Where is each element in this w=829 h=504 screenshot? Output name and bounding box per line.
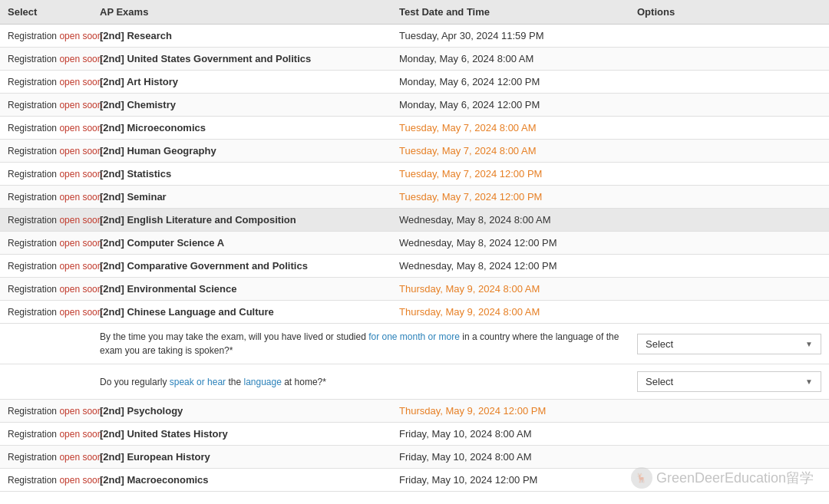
select-cell: Registration open soon	[0, 301, 92, 324]
registration-label: Registration open soon	[8, 146, 102, 156]
open-soon-label: open soon	[59, 123, 102, 133]
header-options: Options	[629, 0, 829, 25]
options-cell	[629, 48, 829, 71]
date-label: Thursday, May 9, 2024 12:00 PM	[399, 405, 546, 417]
table-row: Registration open soon[2nd] SeminarTuesd…	[0, 186, 829, 209]
registration-label: Registration open soon	[8, 123, 102, 133]
options-cell	[629, 301, 829, 324]
exam-cell: [2nd] Chinese Language and Culture	[92, 301, 391, 324]
registration-label: Registration open soon	[8, 452, 102, 463]
chevron-down-icon: ▼	[805, 377, 813, 386]
date-cell: Monday, May 6, 2024 12:00 PM	[391, 94, 629, 117]
table-row: Registration open soon[2nd] ResearchTues…	[0, 25, 829, 48]
date-label: Thursday, May 9, 2024 8:00 AM	[399, 306, 540, 318]
registration-label: Registration open soon	[8, 77, 102, 87]
date-cell: Thursday, May 9, 2024 8:00 AM	[391, 301, 629, 324]
table-row: Registration open soon[2nd] Microeconomi…	[0, 117, 829, 140]
plain-text: the	[226, 377, 243, 387]
exam-name-label: [2nd] Chinese Language and Culture	[100, 306, 274, 318]
open-soon-label: open soon	[59, 452, 102, 463]
exam-cell: [2nd] Human Geography	[92, 140, 391, 163]
select-cell: Registration open soon	[0, 469, 92, 492]
table-row: Registration open soon[2nd] Art HistoryM…	[0, 71, 829, 94]
registration-label: Registration open soon	[8, 307, 102, 318]
exam-cell: [2nd] Environmental Science	[92, 278, 391, 301]
exam-name-label: [2nd] United States Government and Polit…	[100, 53, 311, 64]
exam-name-label: [2nd] Environmental Science	[100, 283, 236, 295]
table-row: Registration open soon[2nd] StatisticsTu…	[0, 163, 829, 186]
date-cell: Thursday, May 9, 2024 8:00 AM	[391, 278, 629, 301]
exam-name-label: [2nd] Comparative Government and Politic…	[100, 260, 308, 272]
select-cell: Registration open soon	[0, 232, 92, 255]
open-soon-label: open soon	[59, 238, 102, 249]
select-cell: Registration open soon	[0, 278, 92, 301]
open-soon-label: open soon	[59, 169, 102, 180]
open-soon-label: open soon	[59, 475, 102, 486]
chevron-down-icon: ▼	[805, 340, 813, 348]
exam-cell: [2nd] Comparative Government and Politic…	[92, 255, 391, 278]
open-soon-label: open soon	[59, 31, 102, 41]
registration-label: Registration open soon	[8, 406, 102, 417]
select-cell: Registration open soon	[0, 423, 92, 446]
date-cell: Friday, May 10, 2024 8:00 AM	[391, 446, 629, 469]
date-cell: Friday, May 10, 2024 8:00 AM	[391, 423, 629, 446]
exam-cell: [2nd] Art History	[92, 71, 391, 94]
registration-label: Registration open soon	[8, 215, 102, 226]
question-select-cell	[0, 324, 92, 364]
select-dropdown-2[interactable]: Select▼	[637, 371, 821, 392]
table-row: Registration open soon[2nd] Chinese Lang…	[0, 301, 829, 324]
date-label: Tuesday, May 7, 2024 12:00 PM	[399, 168, 542, 180]
table-row: Registration open soon[2nd] Comparative …	[0, 255, 829, 278]
question-text-cell: By the time you may take the exam, will …	[92, 324, 629, 364]
date-label: Friday, May 10, 2024 12:00 PM	[399, 474, 537, 486]
highlight-text: speak or hear	[170, 377, 226, 387]
select-cell: Registration open soon	[0, 71, 92, 94]
registration-label: Registration open soon	[8, 54, 102, 64]
table-row: Registration open soon[2nd] Computer Sci…	[0, 232, 829, 255]
plain-text: at home?*	[282, 377, 326, 387]
exam-name-label: [2nd] Art History	[100, 76, 178, 87]
question-row: By the time you may take the exam, will …	[0, 324, 829, 364]
exam-name-label: [2nd] European History	[100, 451, 210, 463]
date-label: Thursday, May 9, 2024 8:00 AM	[399, 283, 540, 295]
registration-label: Registration open soon	[8, 238, 102, 249]
exam-cell: [2nd] Computer Science A	[92, 232, 391, 255]
registration-label: Registration open soon	[8, 31, 102, 41]
options-cell	[629, 423, 829, 446]
open-soon-label: open soon	[59, 406, 102, 417]
table-row: Registration open soon[2nd] English Lite…	[0, 209, 829, 232]
date-label: Monday, May 6, 2024 12:00 PM	[399, 99, 540, 110]
select-cell: Registration open soon	[0, 117, 92, 140]
table-header-row: Select AP Exams Test Date and Time Optio…	[0, 0, 829, 25]
date-cell: Thursday, May 9, 2024 12:00 PM	[391, 400, 629, 423]
plain-text: By the time you may take the exam, will …	[100, 331, 368, 342]
open-soon-label: open soon	[59, 146, 102, 156]
exam-cell: [2nd] Research	[92, 25, 391, 48]
registration-label: Registration open soon	[8, 284, 102, 295]
question-options-cell[interactable]: Select▼	[629, 324, 829, 364]
select-cell: Registration open soon	[0, 186, 92, 209]
options-cell	[629, 209, 829, 232]
options-cell	[629, 163, 829, 186]
date-cell: Monday, May 6, 2024 12:00 PM	[391, 71, 629, 94]
options-cell	[629, 94, 829, 117]
options-cell	[629, 255, 829, 278]
exam-name-label: [2nd] United States History	[100, 428, 228, 440]
date-cell: Tuesday, May 7, 2024 8:00 AM	[391, 140, 629, 163]
date-label: Monday, May 6, 2024 12:00 PM	[399, 76, 540, 87]
question-text-cell: Do you regularly speak or hear the langu…	[92, 364, 629, 400]
date-cell: Wednesday, May 8, 2024 8:00 AM	[391, 209, 629, 232]
header-test-date: Test Date and Time	[391, 0, 629, 25]
select-dropdown-1[interactable]: Select▼	[637, 334, 821, 354]
question-options-cell[interactable]: Select▼	[629, 364, 829, 400]
select-cell: Registration open soon	[0, 163, 92, 186]
date-label: Tuesday, Apr 30, 2024 11:59 PM	[399, 30, 544, 41]
exam-cell: [2nd] Seminar	[92, 186, 391, 209]
exam-cell: [2nd] Psychology	[92, 400, 391, 423]
options-cell	[629, 232, 829, 255]
question-select-cell	[0, 364, 92, 400]
registration-label: Registration open soon	[8, 475, 102, 486]
exam-name-label: [2nd] Seminar	[100, 191, 167, 203]
exam-name-label: [2nd] Human Geography	[100, 145, 216, 156]
table-row: Registration open soon[2nd] Human Geogra…	[0, 140, 829, 163]
